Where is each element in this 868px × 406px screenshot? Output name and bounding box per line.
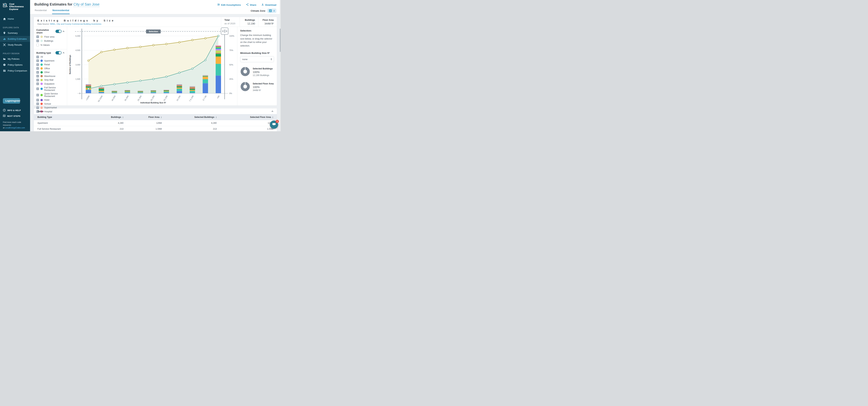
y-right-tick-label: 75%: [229, 49, 233, 51]
checkbox[interactable]: ✓: [36, 99, 39, 101]
x-tick-label: <5K: [216, 95, 220, 99]
legend-label: School: [44, 103, 51, 105]
checkbox[interactable]: ✓: [36, 75, 39, 77]
summary-stats: Totalas of 2020Buildings12,190Floor Area…: [221, 17, 277, 27]
table-collapse-chevron-icon[interactable]: [272, 111, 273, 112]
legend-label: All: [40, 56, 43, 58]
sidebar-item-next-steps[interactable]: NEXT STEPS: [0, 113, 30, 119]
tab-bar: Residential Nonresidential: [34, 7, 70, 14]
checkbox[interactable]: ✓: [36, 82, 39, 85]
collapse-chevron-icon[interactable]: [63, 31, 64, 32]
column-header-floor-area[interactable]: Floor Area: [127, 114, 165, 120]
sidebar-item-my-policies[interactable]: My Policies: [0, 56, 30, 62]
min-building-size-select[interactable]: none: [240, 56, 274, 62]
select-stepper-icon: [271, 58, 272, 60]
cell-value: 213: [165, 126, 220, 131]
sidebar-item-policy-options[interactable]: Policy Options: [0, 62, 30, 68]
city-selector-link[interactable]: City of San Jose: [73, 2, 99, 7]
checkbox[interactable]: [36, 44, 39, 46]
download-icon: [261, 3, 264, 6]
column-header-selected-floor-area[interactable]: Selected Floor Area: [220, 114, 277, 120]
legend-label: % Values: [40, 44, 50, 46]
cumulative-share-toggle[interactable]: [56, 30, 62, 33]
sidebar-item-policy-comparison[interactable]: Policy Comparison: [0, 68, 30, 74]
checkbox[interactable]: ✓: [36, 88, 39, 90]
line-marker: [127, 47, 128, 49]
intercom-chat-button[interactable]: 1: [270, 121, 278, 129]
bar-chart-icon: [3, 37, 6, 40]
local-energy-codes-link[interactable]: LocalEnergyCodes.com: [5, 127, 25, 129]
legend-item-retail: ✓Retail: [36, 63, 64, 66]
cell-value: 4,280: [90, 120, 127, 126]
column-header-buildings[interactable]: Buildings: [90, 114, 127, 120]
select-value: none: [242, 58, 248, 61]
column-header-selected-buildings[interactable]: Selected Buildings: [165, 114, 220, 120]
checkbox[interactable]: ✓: [36, 79, 39, 81]
checkbox[interactable]: ✓: [36, 67, 39, 70]
bar-segment-warehouse: [190, 87, 195, 89]
column-label: Building Type: [37, 116, 52, 119]
sort-icon: [161, 116, 162, 118]
bar-segment-office: [164, 91, 169, 92]
climate-zone-chip[interactable]: ✓ 4: [268, 9, 276, 13]
bar-segment-office: [203, 77, 208, 79]
legend-label: Other: [44, 71, 50, 73]
data-source: Data Source: NREL, City and County Comme…: [37, 23, 115, 25]
sidebar-item-building-estimates[interactable]: Building Estimates: [0, 36, 30, 42]
sidebar-item-info-help[interactable]: ? INFO & HELP: [0, 107, 30, 113]
selection-handle-right[interactable]: [221, 28, 228, 99]
app-logo[interactable]: Cost Effectiveness Explorer: [0, 0, 30, 10]
bar-segment-strip_mall: [177, 85, 182, 85]
app-root: Cost Effectiveness Explorer Home EXPLORE…: [0, 0, 281, 131]
bar-segment-office: [112, 92, 117, 92]
bar-segment-office: [177, 88, 182, 89]
sort-icon: [272, 116, 273, 118]
checkbox[interactable]: ✓: [36, 39, 39, 42]
map-icon: [3, 114, 5, 117]
sidebar-item-home[interactable]: Home: [0, 16, 30, 22]
building-type-toggle[interactable]: [56, 51, 62, 55]
scrollbar-thumb[interactable]: [280, 29, 281, 52]
sidebar-item-summary[interactable]: Summary: [0, 30, 30, 36]
legend-item-supermarket: ✓Supermarket: [36, 106, 64, 109]
legend-item-quick-service-restaurant: ✓Quick Service Restaurant: [36, 93, 64, 98]
bar-segment-strip_mall: [216, 50, 221, 53]
sidebar-item-study-results[interactable]: Study Results: [0, 42, 30, 48]
checkbox[interactable]: ✓: [36, 71, 39, 74]
legend-label: Office: [44, 67, 50, 70]
color-dot: [40, 60, 43, 62]
checkbox[interactable]: ✓: [36, 56, 39, 58]
color-dot: [40, 67, 43, 70]
building-type-box: Building type ✓All✓Apartment✓Retail✓Offi…: [34, 49, 67, 115]
checkbox[interactable]: ✓: [36, 59, 39, 62]
share-button[interactable]: Share: [246, 3, 256, 6]
tab-nonresidential[interactable]: Nonresidential: [52, 7, 70, 14]
cell-value: 1.04M: [220, 126, 277, 131]
login-register-button[interactable]: Login/register: [3, 98, 20, 104]
data-source-link[interactable]: NREL, City and County Commercial Buildin…: [50, 23, 101, 25]
sidebar-item-label: INFO & HELP: [7, 109, 21, 111]
selection-panel: Selection: Change the minimum building s…: [237, 27, 277, 105]
stat-label: Buildings: [243, 19, 255, 21]
bar-segment-retail: [151, 92, 156, 93]
action-label: Download: [265, 4, 276, 6]
legend-item-buildings: ✓Buildings: [36, 39, 64, 42]
checkbox[interactable]: ✓: [36, 35, 39, 38]
collapse-chevron-icon[interactable]: [63, 52, 64, 54]
tab-residential[interactable]: Residential: [34, 7, 47, 14]
checkbox[interactable]: ✓: [36, 106, 39, 109]
climate-zone-checkbox[interactable]: ✓: [269, 9, 272, 12]
selection-description: Change the minimum building size below, …: [240, 33, 274, 47]
bar-segment-strip_mall: [151, 90, 156, 91]
edit-assumptions-button[interactable]: Edit Assumptions: [217, 3, 241, 6]
checkbox[interactable]: ✓: [36, 63, 39, 66]
line-marker: [205, 37, 206, 39]
sidebar-section-explore-data: EXPLORE DATA: [3, 27, 27, 29]
checkbox[interactable]: ✓: [36, 94, 39, 96]
color-dot: [40, 99, 43, 101]
bar-segment-full_service_restaurant: [216, 48, 221, 49]
y-right-tick-label: 0%: [229, 92, 232, 95]
checkbox[interactable]: ✓: [36, 102, 39, 105]
download-button[interactable]: Download: [261, 3, 276, 6]
bar-segment-other: [216, 54, 221, 57]
